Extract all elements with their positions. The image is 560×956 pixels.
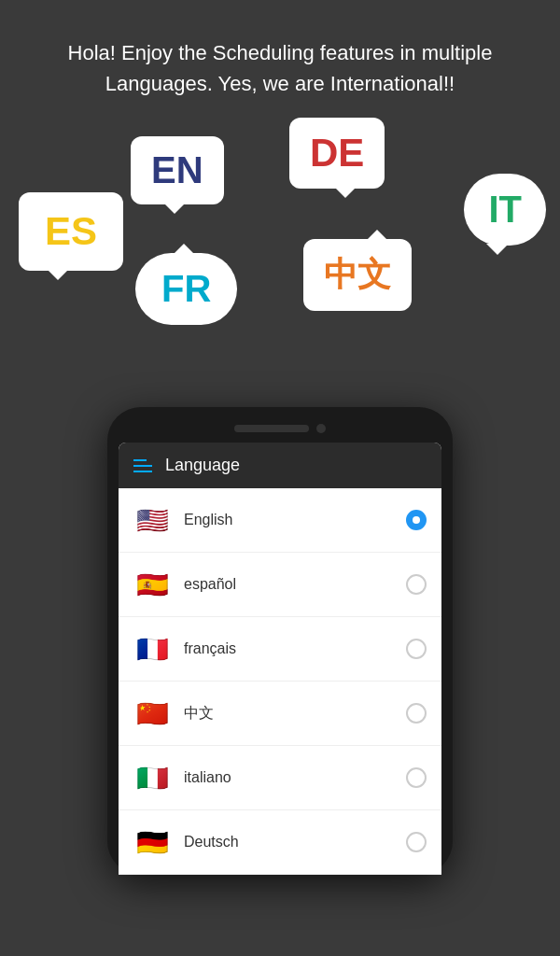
bubbles-area: ES EN DE IT FR 中文 [0, 118, 560, 416]
lang-name-it: italiano [184, 769, 393, 786]
radio-zh[interactable] [406, 703, 427, 724]
language-item-en[interactable]: 🇺🇸English [119, 488, 441, 553]
language-list: 🇺🇸English🇪🇸español🇫🇷français🇨🇳中文🇮🇹italia… [119, 488, 441, 875]
language-item-fr[interactable]: 🇫🇷français [119, 617, 441, 682]
phone-camera [316, 424, 326, 433]
phone-container: Language 🇺🇸English🇪🇸español🇫🇷français🇨🇳中… [107, 407, 453, 875]
flag-zh: 🇨🇳 [133, 695, 171, 732]
bubble-fr: FR [135, 253, 237, 325]
language-item-es[interactable]: 🇪🇸español [119, 553, 441, 617]
language-item-it[interactable]: 🇮🇹italiano [119, 746, 441, 810]
header-text: Hola! Enjoy the Scheduling features in m… [0, 0, 560, 118]
bubble-de: DE [289, 118, 385, 189]
radio-de[interactable] [406, 832, 427, 852]
bubble-it: IT [464, 174, 546, 246]
flag-fr: 🇫🇷 [133, 630, 171, 668]
phone-screen: Language 🇺🇸English🇪🇸español🇫🇷français🇨🇳中… [119, 443, 441, 875]
lang-name-de: Deutsch [184, 834, 393, 851]
language-item-de[interactable]: 🇩🇪Deutsch [119, 810, 441, 875]
app-header: Language [119, 443, 441, 488]
flag-en: 🇺🇸 [133, 501, 171, 539]
radio-en[interactable] [406, 510, 427, 530]
language-item-zh[interactable]: 🇨🇳中文 [119, 682, 441, 746]
lang-name-zh: 中文 [184, 704, 393, 724]
bubble-en: EN [131, 136, 224, 204]
phone-notch [119, 424, 441, 433]
app-title: Language [165, 456, 240, 475]
lang-name-en: English [184, 512, 393, 528]
lang-name-es: español [184, 576, 393, 593]
radio-es[interactable] [406, 574, 427, 595]
radio-it[interactable] [406, 767, 427, 788]
menu-icon[interactable] [133, 459, 152, 472]
radio-fr[interactable] [406, 639, 427, 659]
bubble-es: ES [19, 192, 123, 271]
lang-name-fr: français [184, 640, 393, 657]
phone-speaker [234, 425, 309, 432]
flag-it: 🇮🇹 [133, 759, 171, 796]
flag-de: 🇩🇪 [133, 823, 171, 861]
phone-body: Language 🇺🇸English🇪🇸español🇫🇷français🇨🇳中… [107, 407, 453, 875]
flag-es: 🇪🇸 [133, 566, 171, 603]
bubble-zh: 中文 [303, 239, 412, 311]
